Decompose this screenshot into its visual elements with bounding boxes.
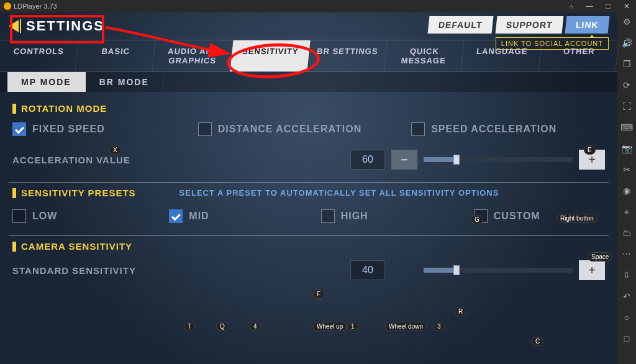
preset-mid-checkbox[interactable] <box>169 209 183 223</box>
fixed-speed-label: FIXED SPEED <box>32 124 105 135</box>
key-space[interactable]: Space <box>588 252 612 262</box>
ldplayer-logo <box>4 2 11 10</box>
preset-high-checkbox[interactable] <box>321 209 335 223</box>
preset-high-label: HIGH <box>341 211 368 222</box>
key-wheel-down[interactable]: Wheel down <box>385 322 427 331</box>
window-close-button[interactable]: ✕ <box>617 0 636 12</box>
window-maximize-button[interactable]: □ <box>599 0 617 12</box>
std-sensitivity-readout: 40 <box>350 260 385 280</box>
key-3[interactable]: 3 <box>434 322 445 331</box>
volume-icon[interactable]: 🔊 <box>621 37 632 48</box>
mode-subtabs: MP MODE BR MODE <box>0 72 617 92</box>
speed-accel-label: SPEED ACCELERATION <box>431 124 556 135</box>
presets-title: SENSITIVITY PRESETS <box>21 188 136 198</box>
key-r[interactable]: R <box>455 307 466 316</box>
keyboard-icon[interactable]: ⌨ <box>621 122 632 133</box>
fixed-speed-checkbox[interactable] <box>12 122 26 136</box>
presets-section: SENSITIVITY PRESETS SELECT A PRESET TO A… <box>9 183 609 236</box>
support-button[interactable]: SUPPORT <box>495 16 563 34</box>
subtab-br[interactable]: BR MODE <box>86 72 163 92</box>
key-1[interactable]: 1 <box>347 322 358 331</box>
camera-title: CAMERA SENSITIVITY <box>21 241 132 252</box>
preset-low-checkbox[interactable] <box>12 209 26 223</box>
accel-value-readout: 60 <box>350 150 385 170</box>
accel-value-label: ACCELERATION VALUE <box>12 155 350 165</box>
gear-icon[interactable]: ⚙ <box>621 16 632 27</box>
preset-mid-label: MID <box>189 211 209 222</box>
std-sensitivity-label: STANDARD SENSITIVITY <box>12 265 350 276</box>
key-g[interactable]: G <box>471 215 483 224</box>
key-e[interactable]: E <box>584 145 596 155</box>
presets-hint: SELECT A PRESET TO AUTOMATICALLY SET ALL… <box>179 188 499 198</box>
accel-slider[interactable] <box>424 157 573 162</box>
speed-accel-checkbox[interactable] <box>411 122 425 136</box>
key-x[interactable]: X <box>109 145 121 155</box>
sync-icon[interactable]: ⟳ <box>621 80 632 91</box>
home-icon[interactable]: ○ <box>621 312 632 323</box>
key-wheel-up[interactable]: Wheel up <box>313 322 347 331</box>
screenshot-icon[interactable]: 📷 <box>621 143 632 154</box>
key-q[interactable]: Q <box>216 322 229 331</box>
default-button[interactable]: DEFAULT <box>428 16 493 34</box>
preset-custom-label: CUSTOM <box>494 211 540 222</box>
camera-section: CAMERA SENSITIVITY STANDARD SENSITIVITY … <box>9 236 609 293</box>
folder-icon[interactable]: 🗀 <box>621 227 632 239</box>
rotation-title: ROTATION MODE <box>21 103 107 114</box>
rotation-section: ROTATION MODE FIXED SPEED DISTANCE ACCEL… <box>9 98 609 183</box>
key-t[interactable]: T <box>184 322 195 331</box>
accel-minus-button[interactable]: − <box>391 150 417 170</box>
annotation-arrow <box>104 22 235 60</box>
back-nav-icon[interactable]: ↶ <box>621 291 632 302</box>
window-lock-button[interactable]: ⑃ <box>561 0 580 12</box>
multi-instance-icon[interactable]: ❐ <box>621 58 632 70</box>
key-f[interactable]: F <box>313 289 324 299</box>
tab-other[interactable]: OTHER <box>538 40 619 71</box>
tab-controls[interactable]: CONTROLS <box>0 40 79 71</box>
fullscreen-icon[interactable]: ⛶ <box>621 101 632 112</box>
link-button[interactable]: LINK <box>565 16 610 34</box>
subtab-mp[interactable]: MP MODE <box>7 72 86 92</box>
key-c[interactable]: C <box>532 337 543 346</box>
std-sensitivity-slider[interactable] <box>424 268 573 273</box>
distance-accel-checkbox[interactable] <box>198 122 212 136</box>
install-icon[interactable]: ⇩ <box>621 270 632 281</box>
recent-icon[interactable]: □ <box>621 333 632 344</box>
more-icon[interactable]: ⋯ <box>621 248 632 260</box>
key-right-button[interactable]: Right button <box>556 214 597 223</box>
record-icon[interactable]: ◉ <box>621 185 632 196</box>
settings-content: ROTATION MODE FIXED SPEED DISTANCE ACCEL… <box>0 96 617 364</box>
std-sensitivity-plus-button[interactable]: + <box>579 260 605 280</box>
app-title: LDPlayer 3.73 <box>14 2 57 10</box>
preset-low-label: LOW <box>32 211 57 222</box>
window-minimize-button[interactable]: — <box>580 0 599 12</box>
emulator-sidebar: ⚙ 🔊 ❐ ⟳ ⛶ ⌨ 📷 ✂ ◉ ⌖ 🗀 ⋯ ⇩ ↶ ○ □ <box>617 12 636 364</box>
scissors-icon[interactable]: ✂ <box>621 164 632 175</box>
distance-accel-label: DISTANCE ACCELERATION <box>218 124 361 135</box>
tab-language[interactable]: LANGUAGE <box>461 40 542 71</box>
tab-quick-message[interactable]: QUICK MESSAGE <box>384 40 465 71</box>
annotation-settings-box <box>10 15 104 43</box>
key-4[interactable]: 4 <box>250 322 261 331</box>
location-icon[interactable]: ⌖ <box>621 206 632 217</box>
